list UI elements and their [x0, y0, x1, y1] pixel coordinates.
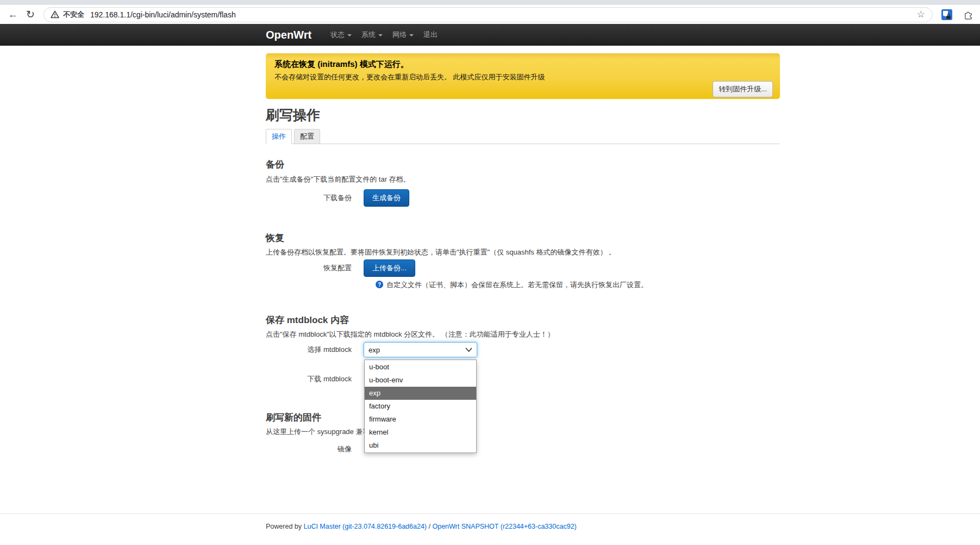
- restore-section-heading: 恢复: [266, 232, 780, 244]
- openwrt-version-link[interactable]: OpenWrt SNAPSHOT (r22344+63-ca330cac92): [432, 523, 576, 530]
- option-ubi[interactable]: ubi: [365, 439, 476, 452]
- mtdblock-select-value: exp: [369, 346, 380, 354]
- security-status-label[interactable]: 不安全: [63, 10, 84, 20]
- nav-item-status[interactable]: 状态: [326, 24, 357, 46]
- footer: Powered by LuCI Master (git-23.074.82619…: [0, 513, 980, 545]
- goto-firmware-upgrade-button[interactable]: 转到固件升级...: [713, 81, 773, 97]
- mtdblock-section-heading: 保存 mtdblock 内容: [266, 314, 780, 326]
- url-input[interactable]: 192.168.1.1/cgi-bin/luci/admin/system/fl…: [90, 10, 913, 19]
- mtdblock-select-row: 选择 mtdblock exp u-boot u-boot-env exp fa…: [266, 342, 780, 358]
- option-kernel[interactable]: kernel: [365, 426, 476, 439]
- lock-icon: [946, 16, 951, 19]
- option-factory[interactable]: factory: [365, 400, 476, 413]
- download-mtdblock-label: 下载 mtdblock: [266, 374, 364, 384]
- reload-icon[interactable]: ↻: [22, 7, 39, 23]
- warning-triangle-icon[interactable]: [51, 10, 59, 18]
- chevron-down-icon: [347, 34, 352, 36]
- nav-item-network[interactable]: 网络: [388, 24, 419, 46]
- help-question-icon: ?: [376, 281, 383, 288]
- chevron-down-icon: [409, 34, 414, 36]
- nav-item-logout[interactable]: 退出: [419, 24, 442, 46]
- backup-section-heading: 备份: [266, 158, 780, 171]
- chevron-down-icon: [378, 34, 383, 36]
- tab-actions[interactable]: 操作: [266, 129, 292, 144]
- tab-configuration[interactable]: 配置: [294, 129, 320, 144]
- banner-body: 不会存储对设置的任何更改，更改会在重新启动后丢失。 此模式应仅用于安装固件升级: [274, 72, 771, 82]
- chevron-down-icon: [465, 348, 472, 352]
- browser-tab-strip: [0, 0, 980, 5]
- firmware-image-row: 镜像: [266, 441, 780, 457]
- mtdblock-section-description: 点击"保存 mtdblock"以下载指定的 mtdblock 分区文件。 （注意…: [266, 330, 780, 339]
- nav-item-network-label: 网络: [392, 30, 407, 40]
- openwrt-navbar: OpenWrt 状态 系统 网络 退出: [0, 24, 980, 46]
- banner-title: 系统在恢复 (initramfs) 模式下运行。: [274, 59, 771, 70]
- backup-row: 下载备份 生成备份: [266, 189, 780, 207]
- restore-help-row: ? 自定义文件（证书、脚本）会保留在系统上。若无需保留，请先执行恢复出厂设置。: [376, 280, 780, 290]
- download-backup-label: 下载备份: [266, 193, 364, 203]
- option-u-boot[interactable]: u-boot: [365, 361, 476, 374]
- choose-mtdblock-label: 选择 mtdblock: [266, 345, 364, 355]
- option-exp[interactable]: exp: [365, 387, 476, 400]
- page-title: 刷写操作: [266, 106, 780, 124]
- upload-backup-button[interactable]: 上传备份...: [364, 259, 415, 277]
- tab-bar: 操作 配置: [266, 129, 780, 144]
- extensions-puzzle-icon[interactable]: [962, 8, 975, 21]
- openwrt-brand[interactable]: OpenWrt: [266, 29, 311, 41]
- back-arrow-icon[interactable]: ←: [4, 7, 22, 23]
- image-label: 镜像: [266, 444, 364, 454]
- option-firmware[interactable]: firmware: [365, 413, 476, 426]
- backup-section-description: 点击"生成备份"下载当前配置文件的 tar 存档。: [266, 175, 780, 184]
- recovery-mode-banner: 系统在恢复 (initramfs) 模式下运行。 不会存储对设置的任何更改，更改…: [266, 53, 780, 99]
- firmware-section-heading: 刷写新的固件: [266, 411, 780, 424]
- nav-item-system-label: 系统: [361, 30, 376, 40]
- footer-separator: /: [427, 523, 432, 530]
- browser-toolbar: ← ↻ 不安全 192.168.1.1/cgi-bin/luci/admin/s…: [0, 5, 980, 24]
- restore-config-label: 恢复配置: [266, 263, 364, 273]
- mtdblock-download-row: 下载 mtdblock: [266, 371, 780, 387]
- mtdblock-select[interactable]: exp: [364, 342, 477, 357]
- generate-backup-button[interactable]: 生成备份: [364, 189, 409, 207]
- mtdblock-dropdown: u-boot u-boot-env exp factory firmware k…: [364, 360, 477, 453]
- luci-version-link[interactable]: LuCI Master (git-23.074.82619-6ad6a24): [303, 523, 427, 530]
- address-bar[interactable]: 不安全 192.168.1.1/cgi-bin/luci/admin/syste…: [43, 7, 933, 22]
- option-u-boot-env[interactable]: u-boot-env: [365, 374, 476, 387]
- nav-item-logout-label: 退出: [423, 30, 438, 40]
- firmware-section-description: 从这里上传一个 sysupgrade 兼容镜: [266, 427, 780, 437]
- powered-by-text: Powered by: [266, 523, 303, 530]
- restore-row: 恢复配置 上传备份...: [266, 259, 780, 277]
- restore-help-text: 自定义文件（证书、脚本）会保留在系统上。若无需保留，请先执行恢复出厂设置。: [386, 280, 648, 290]
- password-extension-icon[interactable]: [941, 9, 952, 20]
- nav-item-system[interactable]: 系统: [357, 24, 388, 46]
- restore-section-description: 上传备份存档以恢复配置。要将固件恢复到初始状态，请单击"执行重置"（仅 squa…: [266, 247, 780, 257]
- bookmark-star-icon[interactable]: ☆: [913, 9, 929, 20]
- nav-item-status-label: 状态: [330, 30, 345, 40]
